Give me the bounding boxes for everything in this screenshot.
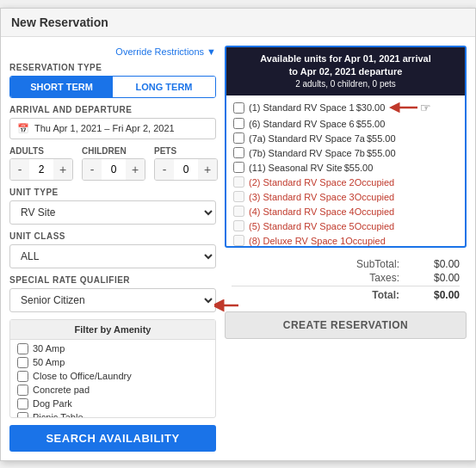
taxes-value: $0.00 [417,272,460,284]
unit-class-section: UNIT CLASS ALL [9,231,216,268]
reservation-type-toggle: SHORT TERM LONG TERM [9,76,216,98]
unit-2-status: Occupied [355,177,394,188]
left-panel: Override Restrictions ▼ RESERVATION TYPE… [9,46,216,452]
list-item: (3) Standard RV Space 3 Occupied [226,189,465,204]
pets-input[interactable] [174,163,198,176]
pets-plus-button[interactable]: + [198,159,217,180]
long-term-button[interactable]: LONG TERM [113,77,215,97]
total-label: Total: [372,289,399,301]
children-minus-button[interactable]: - [83,159,102,180]
special-rate-label: SPECIAL RATE QUALIFIER [9,275,216,285]
amenity-list: 30 Amp 50 Amp Close to Office/Laundry Co… [10,340,215,417]
unit-7a-checkbox[interactable] [233,132,244,144]
adults-minus-button[interactable]: - [10,159,29,180]
list-item: 50 Amp [17,357,208,368]
list-item: Dog Park [17,398,208,410]
unit-4-status: Occupied [355,206,394,217]
red-arrow-icon [214,297,240,314]
unit-2-checkbox [233,176,244,188]
calendar-icon: 📅 [17,123,29,134]
unit-8-status: Occupied [345,236,385,246]
list-item: (5) Standard RV Space 5 Occupied [226,219,465,233]
date-value: Thu Apr 1, 2021 – Fri Apr 2, 2021 [34,123,175,133]
list-item: Picnic Table [17,412,208,417]
total-row: Total: $0.00 [232,286,460,301]
adults-plus-button[interactable]: + [53,159,72,180]
unit-1-checkbox[interactable] [233,102,244,114]
children-control: - + [82,158,145,181]
unit-7b-price: $55.00 [367,148,396,158]
list-item: (4) Standard RV Space 4 Occupied [226,204,465,219]
unit-3-status: Occupied [355,192,394,202]
amenity-concrete-label: Concrete pad [33,385,90,395]
children-spinner: CHILDREN - + [82,146,145,181]
children-label: CHILDREN [82,146,145,156]
available-header-line1: Available units for Apr 01, 2021 arrival [233,52,458,65]
list-item[interactable]: (11) Seasonal RV Site $55.00 [226,160,465,175]
list-item: Close to Office/Laundry [17,371,208,382]
override-link-text[interactable]: Override Restrictions ▼ [115,46,216,57]
adults-control: - + [9,158,73,181]
amenity-concrete-checkbox[interactable] [17,385,28,396]
search-availability-button[interactable]: SEARCH AVAILABILITY [9,425,216,452]
list-item: 30 Amp [17,343,208,354]
taxes-label: Taxes: [369,272,399,284]
create-reservation-button[interactable]: CREATE RESERVATION [225,311,467,339]
unit-5-status: Occupied [355,221,394,231]
list-item[interactable]: (6) Standard RV Space 6 $55.00 [226,116,465,131]
unit-1-id: (1) Standard RV Space 1 [249,102,355,113]
list-item: Concrete pad [17,385,208,396]
subtotal-row: SubTotal: $0.00 [232,258,460,270]
available-units-header: Available units for Apr 01, 2021 arrival… [226,47,465,96]
unit-7b-checkbox[interactable] [233,147,244,158]
unit-type-label: UNIT TYPE [9,188,216,197]
unit-6-checkbox[interactable] [233,118,244,129]
subtotal-label: SubTotal: [356,258,399,270]
amenity-office-checkbox[interactable] [17,371,28,382]
amenity-50amp-checkbox[interactable] [17,357,28,368]
amenity-30amp-label: 30 Amp [33,343,65,354]
special-rate-select[interactable]: Senior Citizen [9,288,216,312]
unit-5-id: (5) Standard RV Space 5 [249,221,355,231]
children-plus-button[interactable]: + [126,159,145,180]
total-value: $0.00 [417,289,460,301]
date-field[interactable]: 📅 Thu Apr 1, 2021 – Fri Apr 2, 2021 [9,118,216,139]
unit-type-section: UNIT TYPE RV Site [9,188,216,225]
unit-4-checkbox [233,206,244,217]
new-reservation-window: New Reservation Override Restrictions ▼ … [0,8,476,461]
children-input[interactable] [102,163,126,176]
unit-4-id: (4) Standard RV Space 4 [249,206,355,217]
unit-5-checkbox [233,220,244,231]
list-item[interactable]: (1) Standard RV Space 1 $30.00 ☞ [226,99,465,116]
override-restrictions-link[interactable]: Override Restrictions ▼ [9,46,216,58]
list-item: (2) Standard RV Space 2 Occupied [226,175,465,189]
short-term-button[interactable]: SHORT TERM [10,77,113,97]
unit-11-id: (11) Seasonal RV Site [249,163,343,173]
amenity-50amp-label: 50 Amp [33,357,65,367]
unit-type-select[interactable]: RV Site [9,200,216,225]
list-item[interactable]: (7b) Standard RV Space 7b $55.00 [226,145,465,160]
unit-class-select[interactable]: ALL [9,244,216,268]
available-header-line3: 2 adults, 0 children, 0 pets [233,78,458,90]
unit-7a-id: (7a) Standard RV Space 7a [249,133,365,144]
taxes-row: Taxes: $0.00 [232,272,460,284]
list-item[interactable]: (7a) Standard RV Space 7a $55.00 [226,131,465,145]
amenity-picnic-checkbox[interactable] [17,412,28,417]
available-units-box: Available units for Apr 01, 2021 arrival… [225,46,467,249]
unit-3-id: (3) Standard RV Space 3 [249,192,355,202]
unit-11-checkbox[interactable] [233,162,244,173]
amenity-dogpark-label: Dog Park [33,398,72,409]
unit-7a-price: $55.00 [367,133,396,144]
amenity-picnic-label: Picnic Table [33,412,83,417]
adults-label: ADULTS [9,146,73,156]
special-rate-section: SPECIAL RATE QUALIFIER Senior Citizen [9,275,216,312]
unit-7b-id: (7b) Standard RV Space 7b [249,148,365,158]
amenity-30amp-checkbox[interactable] [17,343,28,354]
available-header-line2: to Apr 02, 2021 departure [233,65,458,78]
amenity-dogpark-checkbox[interactable] [17,398,28,410]
unit-6-price: $55.00 [356,119,386,129]
list-item: (8) Deluxe RV Space 1 Occupied [226,233,465,246]
pets-minus-button[interactable]: - [155,159,174,180]
adults-spinner: ADULTS - + [9,146,73,181]
adults-input[interactable] [29,163,53,176]
